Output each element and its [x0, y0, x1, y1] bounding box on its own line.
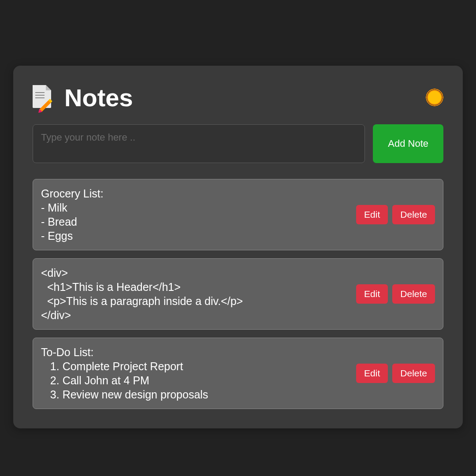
note-pencil-icon — [33, 85, 55, 110]
note-text: Grocery List: - Milk - Bread - Eggs — [41, 186, 349, 243]
delete-button[interactable]: Delete — [392, 284, 435, 304]
edit-button[interactable]: Edit — [356, 364, 388, 383]
sun-icon[interactable] — [426, 89, 443, 106]
delete-button[interactable]: Delete — [392, 205, 435, 224]
input-row: Add Note — [33, 124, 443, 163]
header: Notes — [33, 83, 443, 112]
header-left: Notes — [33, 83, 133, 112]
delete-button[interactable]: Delete — [392, 364, 435, 383]
notes-card: Notes Add Note Grocery List: - Milk - Br… — [13, 66, 463, 428]
notes-list: Grocery List: - Milk - Bread - Eggs Edit… — [33, 179, 443, 409]
note-actions: Edit Delete — [356, 364, 435, 383]
note-actions: Edit Delete — [356, 205, 435, 224]
add-note-button[interactable]: Add Note — [373, 124, 443, 163]
page-title: Notes — [64, 83, 133, 112]
note-input[interactable] — [33, 124, 365, 163]
note-item: Grocery List: - Milk - Bread - Eggs Edit… — [33, 179, 443, 250]
edit-button[interactable]: Edit — [356, 205, 388, 224]
edit-button[interactable]: Edit — [356, 284, 388, 304]
note-item: <div> <h1>This is a Header</h1> <p>This … — [33, 258, 443, 330]
note-item: To-Do List: 1. Complete Project Report 2… — [33, 338, 443, 409]
note-actions: Edit Delete — [356, 284, 435, 304]
note-text: To-Do List: 1. Complete Project Report 2… — [41, 345, 349, 402]
note-text: <div> <h1>This is a Header</h1> <p>This … — [41, 266, 349, 322]
